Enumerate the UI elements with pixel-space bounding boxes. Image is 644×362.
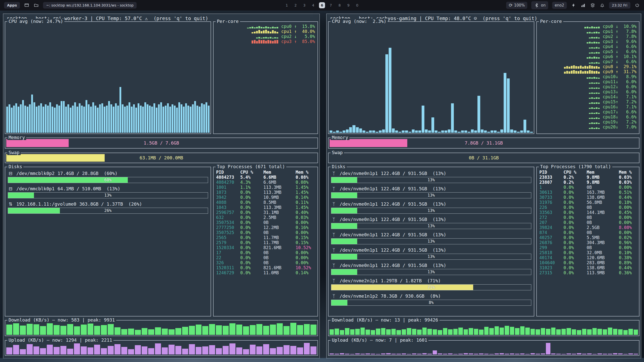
chart-bar bbox=[438, 132, 441, 133]
chart-bar bbox=[229, 323, 235, 335]
process-cell: 0.89% bbox=[619, 260, 636, 265]
workspace-1[interactable]: 1 bbox=[284, 2, 290, 8]
core-label: cpu19↓ bbox=[603, 119, 621, 124]
workspace-4[interactable]: 4 bbox=[310, 2, 316, 8]
chart-bar bbox=[263, 30, 265, 33]
chart-bar bbox=[589, 27, 591, 28]
chart-bar bbox=[575, 66, 577, 69]
workspace-2[interactable]: 2 bbox=[293, 2, 299, 8]
process-cell: 8.5MB bbox=[263, 200, 296, 205]
core-label: cpu13↓ bbox=[603, 89, 621, 94]
core-row: cpu3 ↓9.6% bbox=[539, 39, 636, 44]
chart-bar bbox=[464, 353, 468, 354]
chart-bar bbox=[340, 353, 344, 354]
chart-bar bbox=[556, 354, 560, 354]
disk-percent-label: 13% bbox=[331, 177, 531, 183]
disks-panel: Disks ⊟/dev/mmcblk0p217.4GB / 28.8GB (60… bbox=[5, 167, 211, 316]
workspace-0[interactable]: 0 bbox=[354, 2, 360, 8]
chart-bar bbox=[267, 37, 269, 38]
process-cell: 144.1MB bbox=[587, 210, 619, 215]
top-processes-label: Top Processes (671 total) bbox=[216, 164, 286, 169]
chart-bar bbox=[564, 72, 566, 74]
process-cell: 0.45% bbox=[619, 210, 636, 215]
chart-bar bbox=[108, 346, 114, 355]
core-row: cpu17↓6.6% bbox=[539, 109, 636, 114]
process-cell: 0B bbox=[587, 185, 619, 190]
terminal-window-rpi-worker-3[interactable]: socktop — host: rpi-worker-3 | CPU Temp:… bbox=[3, 14, 320, 358]
clock[interactable]: 23:32 Fri bbox=[609, 2, 630, 9]
process-cell: 304.3MB bbox=[587, 240, 619, 245]
workspace-7[interactable]: 7 bbox=[328, 2, 334, 8]
core-label: cpu9 ↑ bbox=[603, 69, 621, 74]
chart-bar bbox=[297, 347, 303, 354]
chart-bar bbox=[381, 328, 385, 335]
core-label: cpu7 ↓ bbox=[603, 59, 621, 64]
process-cell: 821.6MB bbox=[263, 245, 296, 250]
chart-bar bbox=[129, 102, 130, 133]
chart-bar bbox=[587, 57, 588, 59]
chart-bar bbox=[201, 103, 203, 133]
process-cell: 2.5MB bbox=[263, 215, 296, 220]
process-cell: 226 bbox=[539, 205, 564, 210]
chart-bar bbox=[40, 326, 46, 335]
bell-icon[interactable] bbox=[599, 3, 605, 8]
chart-bar bbox=[202, 346, 208, 354]
chart-bar bbox=[443, 354, 447, 354]
chart-bar bbox=[284, 345, 290, 354]
chart-bar bbox=[216, 348, 222, 354]
chart-bar bbox=[252, 40, 253, 43]
apps-button[interactable]: Apps bbox=[4, 2, 20, 9]
workspace-3[interactable]: 3 bbox=[301, 2, 307, 8]
core-label: cpu2 ↓ bbox=[281, 34, 299, 39]
terminal-window-cachyos-gaming[interactable]: socktop — host: cachyos-gaming | CPU Tem… bbox=[326, 14, 641, 358]
network-indicator[interactable]: eno2 bbox=[552, 2, 567, 9]
chart-bar bbox=[79, 103, 80, 133]
chart-bar bbox=[158, 104, 160, 133]
process-row: 10.0%0B0.00% bbox=[538, 185, 638, 190]
process-row: 25967570.0%31.1MB0.40% bbox=[215, 210, 316, 215]
chart-bar bbox=[304, 324, 310, 335]
chart-bar bbox=[596, 87, 597, 89]
column-header: CPU % bbox=[240, 170, 263, 175]
disk-percent-label: 13% bbox=[331, 208, 531, 213]
chart-bar bbox=[192, 104, 194, 133]
workspace-9[interactable]: 9 bbox=[345, 2, 351, 8]
chart-bar bbox=[18, 107, 19, 133]
chart-bar bbox=[376, 354, 380, 354]
chart-bar bbox=[363, 130, 365, 133]
process-cell: 0.00% bbox=[296, 255, 315, 260]
chart-bar bbox=[61, 101, 62, 133]
process-cell: 0.0% bbox=[564, 245, 587, 250]
process-cell: 0B bbox=[587, 230, 619, 235]
chart-bar bbox=[142, 107, 144, 133]
window-icon[interactable] bbox=[24, 3, 29, 8]
layers-icon[interactable] bbox=[590, 3, 595, 8]
core-sparkline bbox=[539, 70, 600, 74]
workspace-8[interactable]: 8 bbox=[337, 2, 343, 8]
sync-indicator[interactable]: ⟳ 100% bbox=[506, 2, 527, 9]
process-cell: 9.8MB bbox=[587, 180, 619, 185]
upload-label: Upload (KB/s) — now: 7 | peak: 1601 bbox=[331, 337, 428, 343]
chart-bar bbox=[304, 343, 310, 354]
chart-bar bbox=[149, 106, 151, 133]
power-profile-icon[interactable] bbox=[571, 3, 576, 8]
chart-bar bbox=[623, 330, 628, 335]
bluetooth-indicator[interactable]: on bbox=[531, 1, 548, 9]
process-cell: 32.0MB bbox=[587, 250, 619, 255]
power-icon[interactable] bbox=[634, 3, 640, 8]
active-window-title[interactable]: ~: socktop ws://192.168.1.104:3031/ws - … bbox=[43, 2, 137, 9]
swap-label: Swap bbox=[7, 150, 21, 155]
download-chart bbox=[330, 323, 638, 335]
process-cell: 0.00% bbox=[619, 245, 636, 250]
workspace-6[interactable]: 6 bbox=[319, 2, 325, 8]
cpu-graph-icon[interactable] bbox=[580, 3, 586, 8]
memory-panel: Memory 7.8GB / 31.1GB bbox=[328, 138, 639, 149]
chart-bar bbox=[572, 354, 576, 354]
folder-icon[interactable] bbox=[33, 3, 39, 8]
desktop: Apps ~: socktop ws://192.168.1.104:3031/… bbox=[0, 0, 644, 362]
chart-bar bbox=[366, 132, 369, 133]
process-cell: 0.0% bbox=[240, 270, 263, 275]
chart-bar bbox=[402, 130, 405, 133]
process-cell: 3507534 bbox=[216, 220, 240, 225]
chart-bar bbox=[396, 330, 401, 335]
